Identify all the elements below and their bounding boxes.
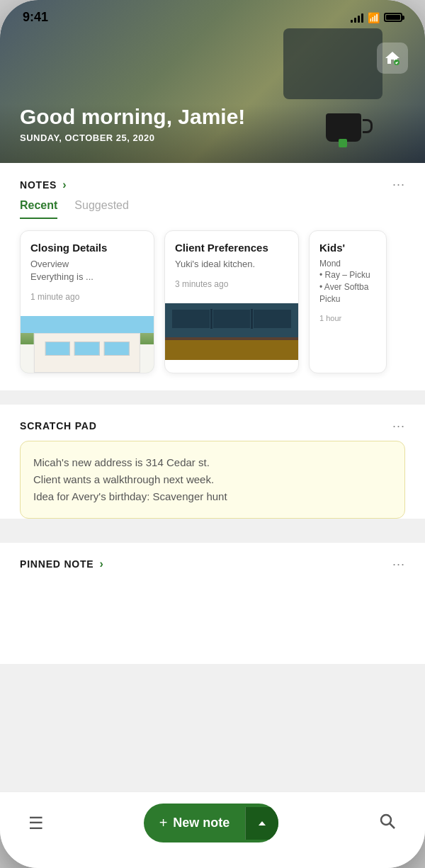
note-card-kids[interactable]: Kids' Mond• Ray – Picku• Aver Softba Pic… xyxy=(309,230,387,373)
note-image-kitchen xyxy=(165,303,298,360)
signal-icon xyxy=(351,13,363,23)
pinned-note-title: PINNED NOTE xyxy=(20,558,94,570)
pinned-note-more-button[interactable]: ··· xyxy=(392,557,405,572)
house-windows xyxy=(45,342,130,356)
kitchen-counter xyxy=(165,340,298,360)
phone-frame: 9:41 📶 xyxy=(0,0,425,868)
note-time-2: 3 minutes ago xyxy=(175,279,288,289)
scratch-pad-content[interactable]: Micah's new address is 314 Cedar st. Cli… xyxy=(20,441,405,519)
menu-icon[interactable]: ☰ xyxy=(28,813,44,833)
scratch-pad-title-group: SCRATCH PAD xyxy=(20,420,97,432)
svg-point-1 xyxy=(381,815,391,825)
scratch-pad-more-button[interactable]: ··· xyxy=(392,419,405,434)
new-note-main: + New note xyxy=(144,804,246,842)
section-divider-1 xyxy=(0,398,425,405)
notes-header: NOTES › ··· xyxy=(0,163,425,199)
note-card-content-3: Kids' Mond• Ray – Picku• Aver Softba Pic… xyxy=(310,231,386,337)
note-title-2: Client Preferences xyxy=(175,241,288,255)
hero-cup xyxy=(326,113,361,142)
notes-title: NOTES xyxy=(20,179,57,191)
battery-icon xyxy=(384,13,402,22)
scratch-pad-title: SCRATCH PAD xyxy=(20,420,97,432)
notes-list: Closing Details OverviewEverything is ..… xyxy=(0,222,425,390)
notes-title-group: NOTES › xyxy=(20,179,67,191)
pinned-note-arrow-icon[interactable]: › xyxy=(99,558,103,570)
note-card-content: Closing Details OverviewEverything is ..… xyxy=(21,231,154,316)
section-divider-2 xyxy=(0,536,425,543)
scratch-pad-text: Micah's new address is 314 Cedar st. Cli… xyxy=(33,454,392,505)
note-subtitle-2: Yuki's ideal kitchen. xyxy=(175,258,288,271)
notes-tabs: Recent Suggested xyxy=(0,199,425,219)
pinned-note-header: PINNED NOTE › ··· xyxy=(0,543,425,579)
bottom-bar: ☰ + New note xyxy=(0,791,425,868)
kitchen-upper xyxy=(171,309,291,329)
new-note-label: New note xyxy=(173,816,230,830)
note-subtitle: OverviewEverything is ... xyxy=(30,258,144,283)
note-title-3: Kids' xyxy=(319,241,376,255)
phone-inner: 9:41 📶 xyxy=(0,0,425,868)
house-building xyxy=(34,333,140,373)
status-icons: 📶 xyxy=(351,12,402,23)
scratch-pad-section: SCRATCH PAD ··· Micah's new address is 3… xyxy=(0,405,425,519)
status-time: 9:41 xyxy=(23,10,48,25)
note-card-client-preferences[interactable]: Client Preferences Yuki's ideal kitchen.… xyxy=(164,230,299,373)
note-title: Closing Details xyxy=(30,241,144,255)
tab-suggested[interactable]: Suggested xyxy=(74,199,129,219)
scratch-pad-header: SCRATCH PAD ··· xyxy=(0,405,425,441)
notes-more-button[interactable]: ··· xyxy=(392,177,405,192)
note-time-3: 1 hour xyxy=(319,314,376,322)
notes-arrow-icon[interactable]: › xyxy=(62,179,66,191)
new-note-plus-icon: + xyxy=(159,815,168,831)
wifi-icon: 📶 xyxy=(368,12,380,23)
new-note-button[interactable]: + New note xyxy=(144,804,279,842)
hero-overlay: Good morning, Jamie! SUNDAY, OCTOBER 25,… xyxy=(0,104,425,163)
note-time: 1 minute ago xyxy=(30,292,144,302)
new-note-caret-button[interactable] xyxy=(245,807,278,840)
note-card-closing-details[interactable]: Closing Details OverviewEverything is ..… xyxy=(20,230,154,373)
tab-recent[interactable]: Recent xyxy=(20,199,57,219)
svg-line-2 xyxy=(390,823,395,828)
pinned-note-section: PINNED NOTE › ··· xyxy=(0,543,425,664)
pinned-note-title-group: PINNED NOTE › xyxy=(20,558,103,570)
notes-section: NOTES › ··· Recent Suggested Closing Det… xyxy=(0,163,425,390)
status-bar: 9:41 📶 xyxy=(0,0,425,29)
home-icon[interactable] xyxy=(377,43,408,74)
search-icon[interactable] xyxy=(378,812,397,835)
note-image-house xyxy=(21,316,154,373)
main-content: NOTES › ··· Recent Suggested Closing Det… xyxy=(0,163,425,868)
note-card-content-2: Client Preferences Yuki's ideal kitchen.… xyxy=(165,231,298,303)
note-subtitle-3: Mond• Ray – Picku• Aver Softba Picku xyxy=(319,258,376,305)
